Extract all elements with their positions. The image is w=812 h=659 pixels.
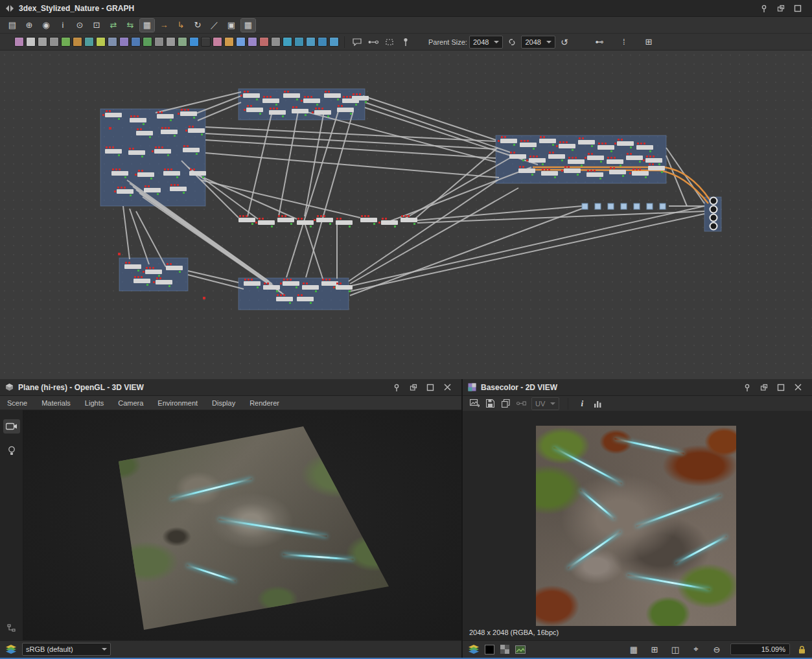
- node-palette-icon[interactable]: [213, 37, 222, 47]
- node-palette-icon[interactable]: [329, 37, 339, 47]
- graph-canvas[interactable]: [0, 51, 812, 379]
- hierarchy-icon[interactable]: [3, 621, 20, 635]
- pin-icon[interactable]: [759, 3, 769, 14]
- node-palette-icon[interactable]: [49, 37, 59, 47]
- lock-icon[interactable]: [796, 644, 807, 654]
- link-create-icon[interactable]: ⇄: [106, 19, 121, 32]
- node-palette-icon[interactable]: [224, 37, 234, 47]
- node-palette-icon[interactable]: [131, 37, 141, 47]
- menu-environment[interactable]: Environment: [150, 399, 205, 407]
- node-palette-icon[interactable]: [271, 37, 281, 47]
- menu-renderer[interactable]: Renderer: [242, 399, 286, 407]
- menu-lights[interactable]: Lights: [78, 399, 111, 407]
- recenter-icon[interactable]: ⌖: [689, 643, 703, 656]
- graph-node[interactable]: [255, 218, 275, 227]
- graph-node[interactable]: [400, 215, 417, 225]
- node-palette-icon[interactable]: [73, 37, 82, 47]
- pause-engine-icon[interactable]: ⁞: [617, 36, 631, 49]
- node-palette-icon[interactable]: [26, 37, 36, 47]
- node-palette-icon[interactable]: [294, 37, 304, 47]
- copy-icon[interactable]: [500, 399, 511, 409]
- menu-display[interactable]: Display: [205, 399, 242, 407]
- linked-node-icon[interactable]: [516, 399, 526, 409]
- float-window-icon[interactable]: [759, 382, 769, 393]
- node-palette-icon[interactable]: [201, 37, 211, 47]
- node-palette-icon[interactable]: [259, 37, 269, 47]
- lightbulb-icon[interactable]: [3, 444, 20, 458]
- linked-size-select[interactable]: 2048: [521, 36, 555, 49]
- info-tool-icon[interactable]: i: [56, 19, 70, 32]
- reset-size-icon[interactable]: ↺: [557, 36, 572, 49]
- preview-mode-icon[interactable]: ⊷: [592, 36, 607, 49]
- preview-image-icon[interactable]: [515, 644, 526, 654]
- view3d-viewport[interactable]: [23, 410, 461, 640]
- background-color-swatch[interactable]: [485, 645, 494, 654]
- menu-camera[interactable]: Camera: [111, 399, 150, 407]
- pin-icon[interactable]: [391, 382, 402, 393]
- colorspace-select[interactable]: sRGB (default): [22, 643, 111, 656]
- snapshot-icon[interactable]: ◉: [39, 19, 53, 32]
- link-move-icon[interactable]: ⇆: [123, 19, 137, 32]
- node-palette-icon[interactable]: [143, 37, 152, 47]
- link-sizes-icon[interactable]: [505, 36, 519, 49]
- node-palette-icon[interactable]: [236, 37, 246, 47]
- frame-tool-icon[interactable]: [382, 36, 397, 49]
- node-palette-icon[interactable]: [14, 37, 24, 47]
- maximize-icon[interactable]: [425, 382, 435, 393]
- close-icon[interactable]: [793, 382, 803, 393]
- graph-node[interactable]: [336, 218, 353, 227]
- save-icon[interactable]: [485, 399, 495, 409]
- node-palette-icon[interactable]: [248, 37, 257, 47]
- view2d-header[interactable]: Basecolor - 2D VIEW: [463, 379, 812, 396]
- node-palette-icon[interactable]: [108, 37, 117, 47]
- maximize-icon[interactable]: [793, 3, 803, 14]
- float-window-icon[interactable]: [408, 382, 419, 393]
- information-icon[interactable]: i: [577, 399, 587, 409]
- comment-icon[interactable]: [350, 36, 364, 49]
- display-options-icon[interactable]: ▣: [224, 19, 238, 32]
- export-image-icon[interactable]: [469, 399, 480, 409]
- straight-link-icon[interactable]: →: [157, 19, 171, 32]
- split-view-icon[interactable]: ◫: [668, 643, 682, 656]
- marquee-select-icon[interactable]: ▤: [5, 19, 19, 32]
- grid-toggle-icon[interactable]: ▦: [627, 643, 641, 656]
- rotate-link-icon[interactable]: ↻: [191, 19, 205, 32]
- histogram-icon[interactable]: [592, 399, 603, 409]
- node-palette-icon[interactable]: [178, 37, 187, 47]
- zoom-tool-icon[interactable]: ⊙: [73, 19, 87, 32]
- node-palette-icon[interactable]: [283, 37, 292, 47]
- node-palette-icon[interactable]: [154, 37, 164, 47]
- graph-node[interactable]: [314, 215, 333, 225]
- maximize-icon[interactable]: [776, 382, 786, 393]
- grid-snap-icon[interactable]: ⊞: [642, 36, 656, 49]
- node-palette-icon[interactable]: [189, 37, 199, 47]
- pen-link-icon[interactable]: ／: [207, 19, 222, 32]
- pan-tool-icon[interactable]: ⊕: [22, 19, 36, 32]
- view2d-canvas[interactable]: 2048 x 2048 (RGBA, 16bpc): [463, 411, 812, 640]
- tiling-toggle-icon[interactable]: ⊞: [647, 643, 662, 656]
- node-palette-icon[interactable]: [166, 37, 176, 47]
- float-window-icon[interactable]: [776, 3, 786, 14]
- pin-icon[interactable]: [742, 382, 752, 393]
- node-palette-icon[interactable]: [38, 37, 47, 47]
- frame-selection-icon[interactable]: ▦: [140, 19, 154, 32]
- node-palette-icon[interactable]: [61, 37, 71, 47]
- zoom-out-icon[interactable]: ⊖: [710, 643, 724, 656]
- node-palette-icon[interactable]: [119, 37, 129, 47]
- graph-node[interactable]: [238, 215, 255, 225]
- zoom-level-field[interactable]: 15.09%: [730, 643, 790, 655]
- parent-size-select[interactable]: 2048: [469, 36, 503, 49]
- camera-icon[interactable]: [3, 419, 20, 434]
- checker-background-icon[interactable]: [500, 644, 510, 654]
- menu-materials[interactable]: Materials: [34, 399, 78, 407]
- node-palette-icon[interactable]: [306, 37, 316, 47]
- node-palette-icon[interactable]: [96, 37, 106, 47]
- close-icon[interactable]: [442, 382, 452, 393]
- transform-node-icon[interactable]: ▦: [241, 19, 255, 32]
- pin-node-icon[interactable]: [399, 36, 413, 49]
- graph-node[interactable]: [360, 215, 377, 225]
- view3d-header[interactable]: Plane (hi-res) - OpenGL - 3D VIEW: [0, 379, 461, 396]
- crop-tool-icon[interactable]: ⊡: [89, 19, 104, 32]
- elbow-link-icon[interactable]: ↳: [174, 19, 188, 32]
- node-palette-icon[interactable]: [84, 37, 94, 47]
